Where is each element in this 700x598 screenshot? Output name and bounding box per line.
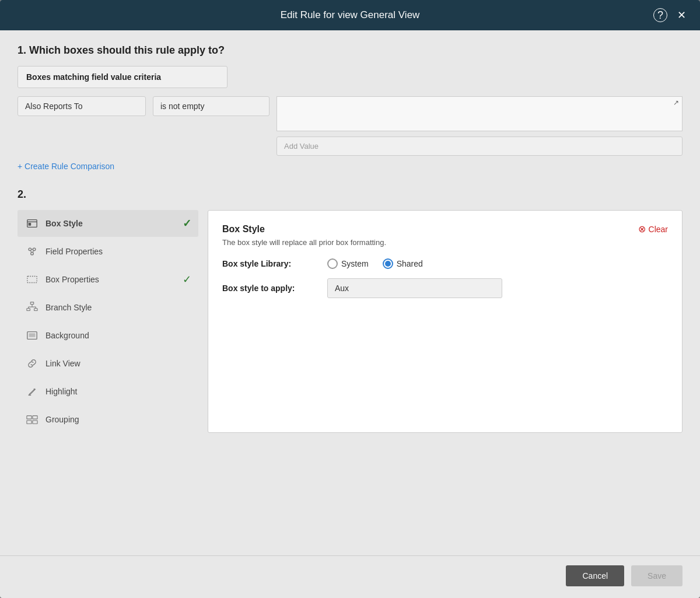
apply-row: Box style to apply: Aux Default Custom1 — [222, 278, 668, 298]
svg-point-3 — [29, 248, 32, 251]
add-value-select[interactable]: Add Value — [276, 137, 682, 156]
sidebar-item-label-background: Background — [46, 331, 89, 340]
svg-rect-22 — [33, 416, 37, 419]
dialog-body: 1. Which boxes should this rule apply to… — [0, 30, 700, 555]
clear-button[interactable]: ⊗ Clear — [638, 223, 668, 235]
style-apply-select[interactable]: Aux Default Custom1 — [327, 278, 502, 298]
sidebar-item-label-link-view: Link View — [46, 359, 80, 368]
link-view-icon — [26, 357, 38, 370]
edit-rule-dialog: Edit Rule for view General View ? ✕ 1. W… — [0, 0, 700, 598]
sidebar-item-box-style[interactable]: Box Style ✓ — [18, 210, 198, 237]
sidebar-item-label-branch-style: Branch Style — [46, 303, 92, 312]
system-label: System — [341, 259, 369, 268]
system-radio[interactable] — [327, 258, 338, 269]
section2-title: 2. — [18, 188, 682, 201]
right-panel-description: The box style will replace all prior box… — [222, 238, 668, 247]
value-textarea-wrapper: ↗ — [276, 96, 682, 133]
svg-rect-12 — [34, 309, 37, 311]
svg-line-8 — [33, 250, 34, 253]
svg-rect-11 — [27, 309, 30, 311]
library-shared-option[interactable]: Shared — [383, 258, 423, 269]
background-icon — [26, 329, 38, 342]
sidebar-item-field-properties[interactable]: Field Properties — [18, 238, 198, 265]
section1: 1. Which boxes should this rule apply to… — [18, 44, 682, 171]
svg-rect-18 — [29, 333, 36, 337]
sidebar-item-label-grouping: Grouping — [46, 415, 79, 424]
svg-point-5 — [31, 252, 34, 255]
svg-rect-10 — [30, 302, 33, 305]
criteria-row: Also Reports To Name Title is not empty … — [18, 96, 682, 156]
svg-rect-9 — [27, 277, 37, 283]
svg-rect-24 — [33, 421, 37, 424]
section1-title: 1. Which boxes should this rule apply to… — [18, 44, 682, 57]
dialog-footer: Cancel Save — [0, 555, 700, 598]
library-row: Box style Library: System — [222, 258, 668, 269]
box-style-icon — [26, 217, 38, 230]
sidebar-item-branch-style[interactable]: Branch Style — [18, 294, 198, 321]
header-icons: ? ✕ — [653, 8, 688, 22]
condition-select[interactable]: is not empty is empty equals — [153, 96, 270, 116]
sidebar-item-background[interactable]: Background — [18, 322, 198, 349]
svg-rect-23 — [27, 421, 32, 424]
right-panel: Box Style ⊗ Clear The box style will rep… — [208, 210, 682, 433]
criteria-dropdown[interactable]: Boxes matching field value criteria — [18, 66, 228, 88]
box-style-check: ✓ — [183, 217, 191, 230]
box-properties-icon — [26, 273, 38, 286]
sidebar-item-link-view[interactable]: Link View — [18, 350, 198, 377]
clear-label: Clear — [649, 225, 668, 234]
svg-line-7 — [30, 250, 32, 253]
clear-icon: ⊗ — [638, 223, 646, 235]
sidebar-item-box-properties[interactable]: Box Properties ✓ — [18, 266, 198, 293]
section2-content: Box Style ✓ — [18, 210, 682, 433]
sidebar-item-label-box-style: Box Style — [46, 219, 83, 228]
create-rule-link[interactable]: + Create Rule Comparison — [18, 162, 114, 171]
external-link-icon: ↗ — [673, 99, 679, 107]
shared-radio[interactable] — [383, 258, 393, 269]
field-select[interactable]: Also Reports To Name Title — [18, 96, 146, 116]
library-label: Box style Library: — [222, 259, 316, 268]
library-system-option[interactable]: System — [327, 258, 369, 269]
right-panel-title-text: Box Style — [222, 224, 265, 235]
value-textarea[interactable] — [276, 96, 682, 131]
apply-label: Box style to apply: — [222, 284, 316, 293]
svg-rect-21 — [27, 416, 32, 419]
right-panel-title: Box Style ⊗ Clear — [222, 223, 668, 235]
grouping-icon — [26, 413, 38, 426]
create-rule-link-text: + Create Rule Comparison — [18, 162, 114, 171]
library-radio-group: System Shared — [327, 258, 423, 269]
save-button[interactable]: Save — [631, 565, 682, 586]
sidebar-item-grouping[interactable]: Grouping — [18, 406, 198, 433]
box-properties-check: ✓ — [183, 273, 191, 286]
value-area: ↗ Add Value — [276, 96, 682, 156]
svg-rect-2 — [29, 223, 32, 226]
field-properties-icon — [26, 245, 38, 258]
dialog-title: Edit Rule for view General View — [47, 9, 653, 21]
sidebar-item-label-field-properties: Field Properties — [46, 247, 103, 256]
section2: 2. Box Style ✓ — [18, 188, 682, 433]
highlight-icon — [26, 385, 38, 398]
help-icon[interactable]: ? — [653, 8, 667, 22]
cancel-button[interactable]: Cancel — [566, 565, 624, 586]
shared-radio-fill — [385, 261, 391, 267]
sidebar-item-highlight[interactable]: Highlight — [18, 378, 198, 405]
left-panel: Box Style ✓ — [18, 210, 198, 433]
dialog-header: Edit Rule for view General View ? ✕ — [0, 0, 700, 30]
branch-style-icon — [26, 301, 38, 314]
close-icon[interactable]: ✕ — [674, 8, 688, 22]
shared-label: Shared — [397, 259, 423, 268]
svg-point-4 — [33, 248, 36, 251]
sidebar-item-label-box-properties: Box Properties — [46, 275, 99, 284]
sidebar-item-label-highlight: Highlight — [46, 387, 77, 396]
